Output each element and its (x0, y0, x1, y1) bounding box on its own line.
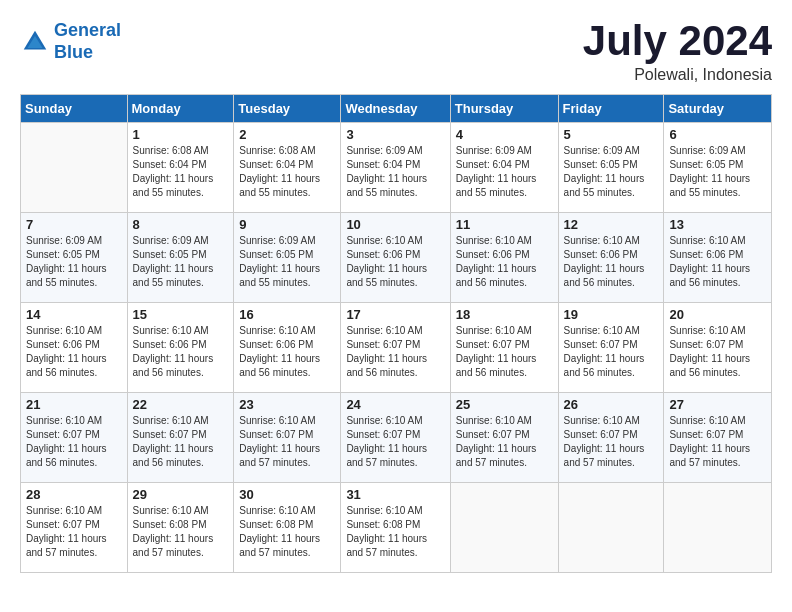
calendar-cell (21, 123, 128, 213)
day-info: Sunrise: 6:10 AMSunset: 6:06 PMDaylight:… (456, 234, 553, 290)
day-number: 17 (346, 307, 444, 322)
title-block: July 2024 Polewali, Indonesia (583, 20, 772, 84)
calendar-cell: 11Sunrise: 6:10 AMSunset: 6:06 PMDayligh… (450, 213, 558, 303)
day-info: Sunrise: 6:09 AMSunset: 6:04 PMDaylight:… (346, 144, 444, 200)
calendar-cell: 20Sunrise: 6:10 AMSunset: 6:07 PMDayligh… (664, 303, 772, 393)
calendar-cell: 15Sunrise: 6:10 AMSunset: 6:06 PMDayligh… (127, 303, 234, 393)
week-row-5: 28Sunrise: 6:10 AMSunset: 6:07 PMDayligh… (21, 483, 772, 573)
calendar-cell: 28Sunrise: 6:10 AMSunset: 6:07 PMDayligh… (21, 483, 128, 573)
day-info: Sunrise: 6:10 AMSunset: 6:08 PMDaylight:… (346, 504, 444, 560)
calendar-cell: 8Sunrise: 6:09 AMSunset: 6:05 PMDaylight… (127, 213, 234, 303)
calendar-cell: 4Sunrise: 6:09 AMSunset: 6:04 PMDaylight… (450, 123, 558, 213)
week-row-3: 14Sunrise: 6:10 AMSunset: 6:06 PMDayligh… (21, 303, 772, 393)
day-number: 11 (456, 217, 553, 232)
day-number: 31 (346, 487, 444, 502)
header-day-tuesday: Tuesday (234, 95, 341, 123)
day-number: 29 (133, 487, 229, 502)
calendar-cell: 9Sunrise: 6:09 AMSunset: 6:05 PMDaylight… (234, 213, 341, 303)
day-number: 22 (133, 397, 229, 412)
calendar-cell: 19Sunrise: 6:10 AMSunset: 6:07 PMDayligh… (558, 303, 664, 393)
header-day-friday: Friday (558, 95, 664, 123)
day-number: 25 (456, 397, 553, 412)
calendar-cell: 13Sunrise: 6:10 AMSunset: 6:06 PMDayligh… (664, 213, 772, 303)
calendar-cell: 14Sunrise: 6:10 AMSunset: 6:06 PMDayligh… (21, 303, 128, 393)
calendar-cell: 10Sunrise: 6:10 AMSunset: 6:06 PMDayligh… (341, 213, 450, 303)
day-info: Sunrise: 6:08 AMSunset: 6:04 PMDaylight:… (133, 144, 229, 200)
header-day-thursday: Thursday (450, 95, 558, 123)
day-info: Sunrise: 6:10 AMSunset: 6:07 PMDaylight:… (346, 414, 444, 470)
day-info: Sunrise: 6:09 AMSunset: 6:05 PMDaylight:… (669, 144, 766, 200)
day-number: 18 (456, 307, 553, 322)
day-number: 5 (564, 127, 659, 142)
calendar-table: SundayMondayTuesdayWednesdayThursdayFrid… (20, 94, 772, 573)
day-number: 13 (669, 217, 766, 232)
day-number: 21 (26, 397, 122, 412)
day-number: 16 (239, 307, 335, 322)
day-number: 15 (133, 307, 229, 322)
calendar-cell: 26Sunrise: 6:10 AMSunset: 6:07 PMDayligh… (558, 393, 664, 483)
day-info: Sunrise: 6:10 AMSunset: 6:08 PMDaylight:… (133, 504, 229, 560)
day-info: Sunrise: 6:10 AMSunset: 6:07 PMDaylight:… (564, 414, 659, 470)
calendar-cell: 2Sunrise: 6:08 AMSunset: 6:04 PMDaylight… (234, 123, 341, 213)
day-info: Sunrise: 6:10 AMSunset: 6:06 PMDaylight:… (346, 234, 444, 290)
day-info: Sunrise: 6:10 AMSunset: 6:07 PMDaylight:… (26, 504, 122, 560)
day-info: Sunrise: 6:10 AMSunset: 6:07 PMDaylight:… (133, 414, 229, 470)
day-number: 24 (346, 397, 444, 412)
day-info: Sunrise: 6:08 AMSunset: 6:04 PMDaylight:… (239, 144, 335, 200)
header-day-saturday: Saturday (664, 95, 772, 123)
day-info: Sunrise: 6:10 AMSunset: 6:07 PMDaylight:… (456, 324, 553, 380)
day-number: 9 (239, 217, 335, 232)
location: Polewali, Indonesia (583, 66, 772, 84)
day-number: 19 (564, 307, 659, 322)
logo-text: GeneralBlue (54, 20, 121, 63)
calendar-cell: 18Sunrise: 6:10 AMSunset: 6:07 PMDayligh… (450, 303, 558, 393)
month-title: July 2024 (583, 20, 772, 62)
day-info: Sunrise: 6:10 AMSunset: 6:07 PMDaylight:… (669, 324, 766, 380)
calendar-cell (664, 483, 772, 573)
week-row-4: 21Sunrise: 6:10 AMSunset: 6:07 PMDayligh… (21, 393, 772, 483)
header-row: SundayMondayTuesdayWednesdayThursdayFrid… (21, 95, 772, 123)
calendar-cell: 12Sunrise: 6:10 AMSunset: 6:06 PMDayligh… (558, 213, 664, 303)
day-info: Sunrise: 6:09 AMSunset: 6:05 PMDaylight:… (564, 144, 659, 200)
day-info: Sunrise: 6:10 AMSunset: 6:07 PMDaylight:… (564, 324, 659, 380)
day-number: 26 (564, 397, 659, 412)
header-day-wednesday: Wednesday (341, 95, 450, 123)
calendar-cell: 1Sunrise: 6:08 AMSunset: 6:04 PMDaylight… (127, 123, 234, 213)
calendar-cell: 16Sunrise: 6:10 AMSunset: 6:06 PMDayligh… (234, 303, 341, 393)
calendar-cell: 29Sunrise: 6:10 AMSunset: 6:08 PMDayligh… (127, 483, 234, 573)
logo: GeneralBlue (20, 20, 121, 63)
day-number: 10 (346, 217, 444, 232)
calendar-cell: 7Sunrise: 6:09 AMSunset: 6:05 PMDaylight… (21, 213, 128, 303)
day-number: 4 (456, 127, 553, 142)
day-number: 30 (239, 487, 335, 502)
page-header: GeneralBlue July 2024 Polewali, Indonesi… (20, 20, 772, 84)
day-info: Sunrise: 6:10 AMSunset: 6:06 PMDaylight:… (133, 324, 229, 380)
day-info: Sunrise: 6:09 AMSunset: 6:05 PMDaylight:… (26, 234, 122, 290)
day-number: 14 (26, 307, 122, 322)
calendar-cell: 21Sunrise: 6:10 AMSunset: 6:07 PMDayligh… (21, 393, 128, 483)
day-info: Sunrise: 6:10 AMSunset: 6:07 PMDaylight:… (456, 414, 553, 470)
day-number: 8 (133, 217, 229, 232)
day-info: Sunrise: 6:09 AMSunset: 6:04 PMDaylight:… (456, 144, 553, 200)
day-number: 3 (346, 127, 444, 142)
calendar-cell: 3Sunrise: 6:09 AMSunset: 6:04 PMDaylight… (341, 123, 450, 213)
day-number: 7 (26, 217, 122, 232)
day-number: 28 (26, 487, 122, 502)
day-info: Sunrise: 6:10 AMSunset: 6:07 PMDaylight:… (669, 414, 766, 470)
day-info: Sunrise: 6:10 AMSunset: 6:07 PMDaylight:… (346, 324, 444, 380)
header-day-sunday: Sunday (21, 95, 128, 123)
day-info: Sunrise: 6:09 AMSunset: 6:05 PMDaylight:… (239, 234, 335, 290)
calendar-cell: 31Sunrise: 6:10 AMSunset: 6:08 PMDayligh… (341, 483, 450, 573)
calendar-cell: 30Sunrise: 6:10 AMSunset: 6:08 PMDayligh… (234, 483, 341, 573)
day-number: 20 (669, 307, 766, 322)
day-info: Sunrise: 6:10 AMSunset: 6:08 PMDaylight:… (239, 504, 335, 560)
header-day-monday: Monday (127, 95, 234, 123)
calendar-cell: 25Sunrise: 6:10 AMSunset: 6:07 PMDayligh… (450, 393, 558, 483)
calendar-cell: 22Sunrise: 6:10 AMSunset: 6:07 PMDayligh… (127, 393, 234, 483)
calendar-cell: 24Sunrise: 6:10 AMSunset: 6:07 PMDayligh… (341, 393, 450, 483)
calendar-cell (558, 483, 664, 573)
day-info: Sunrise: 6:10 AMSunset: 6:06 PMDaylight:… (26, 324, 122, 380)
logo-icon (20, 27, 50, 57)
calendar-cell: 6Sunrise: 6:09 AMSunset: 6:05 PMDaylight… (664, 123, 772, 213)
day-info: Sunrise: 6:09 AMSunset: 6:05 PMDaylight:… (133, 234, 229, 290)
